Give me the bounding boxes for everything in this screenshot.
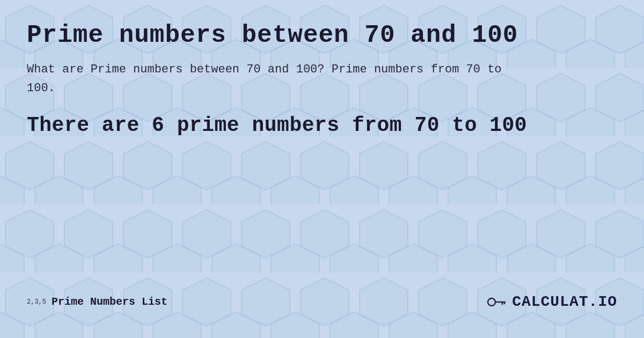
page-description: What are Prime numbers between 70 and 10… [27, 60, 510, 98]
logo-icon [486, 292, 508, 311]
logo-text: CALCULAT.IO [512, 293, 617, 310]
footer-prime-list-label: Prime Numbers List [52, 296, 167, 308]
footer-left: 2,3,5 Prime Numbers List [27, 296, 167, 308]
svg-point-5 [488, 298, 495, 306]
footer-superscript: 2,3,5 [27, 298, 46, 306]
result-heading: There are 6 prime numbers from 70 to 100 [27, 114, 617, 137]
logo: CALCULAT.IO [486, 292, 617, 311]
page-title: Prime numbers between 70 and 100 [27, 21, 617, 49]
